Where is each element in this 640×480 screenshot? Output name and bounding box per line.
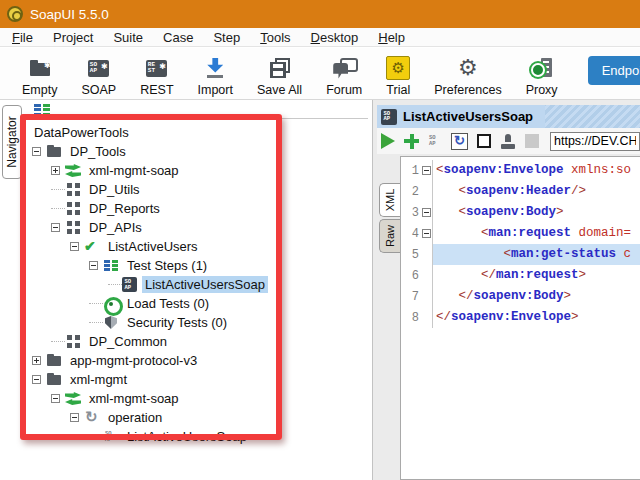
code-text: <man:get-status c — [433, 244, 640, 265]
tree-item[interactable]: xml-mgmt-soap — [26, 161, 368, 180]
tree-item[interactable]: ListActiveUsersSoap — [26, 275, 368, 294]
window-titlebar[interactable]: SoapUI 5.5.0 — [0, 0, 640, 28]
toolbar-button-label: Empty — [22, 83, 57, 97]
tree-item[interactable]: DP_Reports — [26, 199, 368, 218]
tree-item[interactable]: DP_APIs — [26, 218, 368, 237]
fold-toggle-icon[interactable] — [422, 208, 431, 217]
fold-toggle-icon[interactable] — [422, 166, 431, 175]
tree-expander-minus-icon[interactable] — [51, 394, 60, 403]
line-number: 1 — [401, 164, 421, 178]
code-line[interactable]: 4 <man:request domain= — [401, 223, 640, 244]
endpoint-url-input[interactable] — [550, 132, 640, 151]
tree-expander-minus-icon[interactable] — [32, 147, 41, 156]
tree-item[interactable]: xml-mgmt — [26, 370, 368, 389]
code-line[interactable]: 1<soapenv:Envelope xmlns:so — [401, 160, 640, 181]
code-line[interactable]: 5 <man:get-status c — [401, 244, 640, 265]
tree-item-label: ListActiveUsersSoap — [124, 428, 250, 445]
tree-expander-minus-icon[interactable] — [51, 223, 60, 232]
tree-expander-minus-icon[interactable] — [70, 413, 79, 422]
fold-spacer — [421, 250, 432, 259]
tree-item[interactable]: ListActiveUsers — [26, 237, 368, 256]
project-tree: DataPowerToolsDP_Toolsxml-mgmt-soapDP_Ut… — [22, 118, 368, 480]
tree-item[interactable]: DP_Utils — [26, 180, 368, 199]
recreate-request-icon[interactable] — [451, 133, 468, 150]
request-window-title-chip: ListActiveUsersSoap — [377, 105, 545, 128]
stamp-icon[interactable] — [500, 134, 516, 149]
menu-item-desktop[interactable]: Desktop — [301, 30, 369, 45]
tree-item-label: Security Tests (0) — [124, 314, 230, 331]
tree-indent — [26, 170, 51, 171]
tree-options-icon[interactable] — [34, 103, 50, 117]
toolbar-button-soap[interactable]: SOAP — [69, 51, 128, 97]
navigator-tab[interactable]: Navigator — [2, 105, 22, 179]
tree-expander-minus-icon[interactable] — [32, 375, 41, 384]
tree-indent — [26, 417, 70, 418]
request-window-titlebar[interactable]: ListActiveUsersSoap — [377, 105, 640, 128]
tree-indent — [26, 341, 51, 342]
menu-item-suite[interactable]: Suite — [103, 30, 153, 45]
code-line[interactable]: 3 <soapenv:Body> — [401, 202, 640, 223]
tree-expander-plus-icon[interactable] — [51, 166, 60, 175]
add-icon[interactable] — [404, 134, 419, 149]
xml-editor[interactable]: 1<soapenv:Envelope xmlns:so2 <soapenv:He… — [400, 156, 640, 480]
tree-connector — [89, 303, 103, 304]
submit-request-icon[interactable] — [381, 133, 395, 149]
toolbar-button-label: Forum — [326, 83, 362, 97]
code-text: </man:request> — [433, 265, 640, 286]
tree-item[interactable]: DP_Common — [26, 332, 368, 351]
code-text: <soapenv:Body> — [433, 202, 640, 223]
menu-item-project[interactable]: Project — [43, 30, 103, 45]
cancel-icon[interactable] — [477, 134, 491, 148]
tree-item[interactable]: operation — [26, 408, 368, 427]
menu-item-help[interactable]: Help — [368, 30, 415, 45]
tree-item[interactable]: Security Tests (0) — [26, 313, 368, 332]
toolbar-button-preferences[interactable]: Preferences — [422, 51, 513, 97]
soap-request-icon — [381, 109, 397, 125]
tree-item[interactable]: app-mgmt-protocol-v3 — [26, 351, 368, 370]
code-line[interactable]: 7 </soapenv:Body> — [401, 286, 640, 307]
interface-icon — [65, 163, 81, 178]
code-line[interactable]: 2 <soapenv:Header/> — [401, 181, 640, 202]
tab-xml[interactable]: XML — [379, 183, 400, 217]
soap-project-icon — [87, 56, 111, 80]
code-line[interactable]: 8</soapenv:Envelope> — [401, 307, 640, 328]
menu-item-tools[interactable]: Tools — [250, 30, 300, 45]
tree-item[interactable]: DataPowerTools — [26, 123, 368, 142]
toolbar-button-rest[interactable]: REST — [128, 51, 185, 97]
soap-icon[interactable] — [428, 134, 442, 148]
tree-expander-plus-icon[interactable] — [32, 356, 41, 365]
toolbar-button-trial[interactable]: Trial — [374, 51, 422, 97]
soapui-logo-icon — [7, 6, 23, 22]
tree-connector — [108, 284, 122, 285]
tree-item[interactable]: Load Tests (0) — [26, 294, 368, 313]
code-text: <man:request domain= — [433, 223, 640, 244]
tree-indent — [26, 284, 108, 285]
menu-item-step[interactable]: Step — [203, 30, 250, 45]
tab-raw[interactable]: Raw — [379, 219, 400, 253]
gutter: 5 — [401, 244, 433, 265]
endpoint-explorer-button[interactable]: Endpoint Ex — [588, 56, 640, 85]
code-line[interactable]: 6 </man:request> — [401, 265, 640, 286]
tree-expander-minus-icon[interactable] — [70, 242, 79, 251]
toolbar-button-import[interactable]: Import — [186, 51, 245, 97]
toolbar-button-save-all[interactable]: Save All — [245, 51, 314, 97]
menu-item-file[interactable]: File — [2, 30, 43, 45]
tree-item[interactable]: ListActiveUsersSoap — [26, 427, 368, 446]
tree-item[interactable]: DP_Tools — [26, 142, 368, 161]
toolbar-button-proxy[interactable]: Proxy — [514, 51, 570, 97]
tree-item-label: xml-mgmt — [67, 371, 130, 388]
request-editor-panel: ListActiveUsersSoap XML Raw 1<soapenv:En… — [372, 100, 640, 480]
operation-icon — [84, 410, 100, 425]
toolbar-button-empty[interactable]: Empty — [10, 51, 69, 97]
toolbar-button-forum[interactable]: Forum — [314, 51, 374, 97]
fold-toggle-icon[interactable] — [422, 229, 431, 238]
main-area: Navigator DataPowerToolsDP_Toolsxml-mgmt… — [0, 100, 640, 480]
soaprequest-icon — [122, 277, 137, 292]
tree-expander-minus-icon[interactable] — [89, 261, 98, 270]
tree-item[interactable]: xml-mgmt-soap — [26, 389, 368, 408]
tree-item[interactable]: Test Steps (1) — [26, 256, 368, 275]
menu-item-case[interactable]: Case — [153, 30, 203, 45]
tree-indent — [26, 303, 89, 304]
save-all-icon — [268, 56, 292, 80]
tree-item-label: xml-mgmt-soap — [86, 390, 182, 407]
